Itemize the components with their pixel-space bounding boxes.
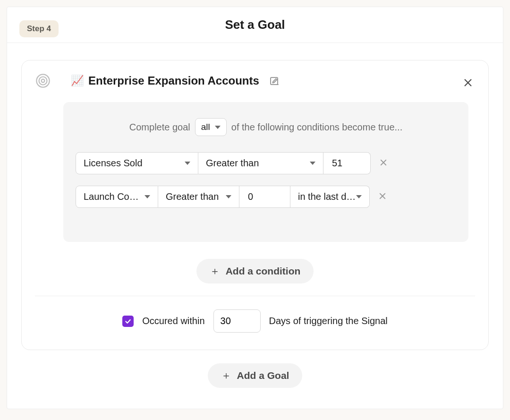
condition-row: Licenses Sold Greater than [76,152,456,174]
page-title: Set a Goal [7,17,503,32]
close-goal-button[interactable] [461,76,475,91]
close-icon [378,192,387,200]
add-goal-button[interactable]: ＋ Add a Goal [208,363,303,388]
chevron-down-icon [226,195,231,198]
step-badge: Step 4 [19,20,59,37]
condition-value-input[interactable] [323,152,371,174]
intro-prefix: Complete goal [129,122,190,133]
svg-point-3 [39,77,47,85]
match-mode-value: all [201,122,210,132]
plus-icon: ＋ [221,370,231,381]
close-icon [379,158,388,167]
intro-suffix: of the following conditions become true.… [231,122,402,133]
check-icon [124,317,132,325]
panel-header: Step 4 Set a Goal [7,7,503,43]
chevron-down-icon [356,195,362,198]
condition-timeframe-select[interactable]: in the last day [290,186,370,208]
step-panel: Step 4 Set a Goal 📈 Enterprise Expansion… [7,7,503,409]
edit-icon [269,75,280,86]
occurred-within-checkbox[interactable] [122,316,134,327]
add-goal-area: ＋ Add a Goal [7,350,503,409]
conditions-intro: Complete goal all of the following condi… [76,118,456,136]
condition-operator-select[interactable]: Greater than [158,186,239,208]
occurred-within-row: Occured within Days of triggering the Si… [35,296,475,350]
chevron-down-icon [310,162,315,165]
goal-card: 📈 Enterprise Expansion Accounts Complete… [21,60,489,350]
condition-value-field[interactable] [331,157,363,169]
condition-operator-value: Greater than [206,158,310,169]
target-icon [35,73,51,89]
chevron-down-icon [144,195,150,198]
condition-value-input[interactable] [239,186,290,208]
chevron-down-icon [215,126,221,129]
add-condition-label: Add a condition [226,266,301,277]
chevron-down-icon [185,162,190,165]
add-goal-label: Add a Goal [237,370,289,381]
condition-timeframe-value: in the last day [298,191,356,202]
plus-icon: ＋ [210,266,220,276]
condition-field-value: Licenses Sold [84,158,185,169]
occurred-within-label-right: Days of triggering the Signal [269,316,388,326]
condition-field-select[interactable]: Launch Com... [76,186,158,208]
condition-field-select[interactable]: Licenses Sold [76,152,198,174]
close-icon [463,77,473,88]
add-condition-button[interactable]: ＋ Add a condition [196,259,314,283]
goal-emoji-icon: 📈 [71,75,84,87]
condition-operator-select[interactable]: Greater than [198,152,323,174]
goal-title: Enterprise Expansion Accounts [88,74,259,87]
conditions-box: Complete goal all of the following condi… [63,102,468,242]
page-frame: Step 4 Set a Goal 📈 Enterprise Expansion… [0,0,510,420]
svg-point-4 [42,79,45,83]
add-condition-area: ＋ Add a condition [35,259,475,283]
goal-header: 📈 Enterprise Expansion Accounts [35,73,475,89]
condition-row: Launch Com... Greater than in the last d… [76,186,456,208]
occurred-within-days-input[interactable] [213,309,261,333]
occurred-within-label-left: Occured within [142,316,204,326]
remove-condition-button[interactable] [371,157,391,170]
condition-value-field[interactable] [247,191,282,203]
edit-goal-title-button[interactable] [267,73,282,88]
condition-operator-value: Greater than [166,191,226,202]
remove-condition-button[interactable] [370,191,390,203]
match-mode-select[interactable]: all [195,118,227,136]
condition-field-value: Launch Com... [84,191,144,202]
